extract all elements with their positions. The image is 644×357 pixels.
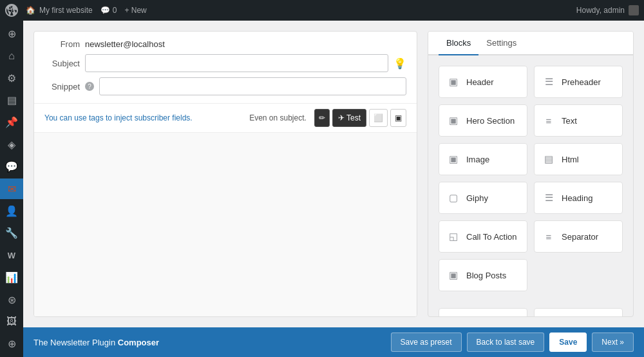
tab-blocks[interactable]: Blocks: [439, 32, 478, 55]
adminbar-site-link[interactable]: 🏠 My first website: [26, 6, 93, 15]
blocks-tabs: Blocks Settings: [428, 32, 633, 55]
block-blog-posts[interactable]: ▣ Blog Posts: [439, 259, 527, 291]
spacer: [439, 298, 623, 302]
comment-icon: 💬: [100, 6, 110, 15]
blog-posts-icon: ▣: [447, 269, 460, 282]
sidebar-pin[interactable]: 📌: [0, 112, 23, 133]
editor-canvas: [34, 133, 417, 316]
block-image[interactable]: ▣ Image: [439, 143, 527, 175]
block-legal[interactable]: ◎ Legal: [534, 308, 623, 316]
sidebar-charts[interactable]: 📊: [0, 267, 23, 287]
block-social[interactable]: ⊞ Social: [439, 308, 527, 316]
blog-posts-label: Blog Posts: [466, 271, 506, 280]
hero-section-icon: ▣: [447, 114, 460, 127]
subject-label: Subject: [44, 59, 80, 68]
heading-icon: ☰: [542, 191, 555, 204]
adminbar-new[interactable]: + New: [124, 6, 146, 15]
from-value: newsletter@localhost: [85, 39, 165, 49]
subject-field: Subject 💡: [44, 54, 406, 72]
preheader-icon: ☰: [542, 75, 555, 88]
sidebar-settings[interactable]: ⚙: [0, 68, 23, 88]
sidebar-media[interactable]: 🖼: [0, 311, 23, 332]
cta-icon: ◱: [447, 230, 460, 243]
wp-logo-icon[interactable]: [5, 4, 18, 17]
block-heading[interactable]: ☰ Heading: [534, 182, 623, 214]
blocks-panel: Blocks Settings ▣ Header ☰ Preheader ▣ H…: [428, 31, 634, 317]
snippet-help-icon[interactable]: ?: [85, 82, 94, 91]
next-button[interactable]: Next »: [592, 333, 634, 352]
separator-label: Separator: [562, 232, 598, 242]
adminbar-howdy: Howdy, admin: [576, 5, 639, 15]
hero-section-label: Hero Section: [466, 116, 515, 126]
text-label: Text: [562, 116, 577, 126]
block-call-to-action[interactable]: ◱ Call To Action: [439, 220, 527, 253]
block-hero-section[interactable]: ▣ Hero Section: [439, 104, 527, 137]
save-button[interactable]: Save: [549, 333, 587, 352]
mobile-icon: ▣: [395, 113, 402, 122]
email-editor: From newsletter@localhost Subject 💡 Snip…: [33, 31, 417, 317]
preheader-label: Preheader: [562, 77, 601, 87]
snippet-field: Snippet ?: [44, 77, 406, 95]
editor-header: From newsletter@localhost Subject 💡 Snip…: [34, 32, 417, 104]
heading-label: Heading: [562, 193, 592, 203]
editor-toolbar: You can use tags to inject subscriber fi…: [34, 104, 417, 133]
block-header[interactable]: ▣ Header: [439, 66, 527, 98]
snippet-input[interactable]: [99, 77, 406, 95]
admin-bar: 🏠 My first website 💬 0 + New Howdy, admi…: [0, 0, 644, 21]
mobile-view-button[interactable]: ▣: [390, 109, 406, 127]
sidebar-tags[interactable]: ⊛: [0, 289, 23, 310]
giphy-label: Giphy: [466, 193, 488, 203]
block-html[interactable]: ▤ Html: [534, 143, 623, 175]
sidebar-woo[interactable]: W: [0, 245, 23, 265]
text-icon: ≡: [542, 114, 555, 127]
back-to-last-save-button[interactable]: Back to last save: [467, 333, 545, 352]
giphy-icon: ▢: [447, 191, 460, 204]
bottom-bar: The Newsletter Plugin Composer Save as p…: [23, 327, 644, 357]
from-label: From: [44, 39, 80, 49]
sidebar-users[interactable]: 👤: [0, 200, 23, 221]
header-label: Header: [466, 77, 494, 87]
bottom-bar-title: The Newsletter Plugin Composer: [33, 338, 386, 347]
adminbar-comments[interactable]: 💬 0: [100, 6, 117, 15]
tab-settings[interactable]: Settings: [478, 32, 524, 55]
block-separator[interactable]: ≡ Separator: [534, 220, 623, 253]
from-field: From newsletter@localhost: [44, 39, 406, 49]
sidebar-tools[interactable]: 🔧: [0, 223, 23, 244]
html-icon: ▤: [542, 153, 555, 166]
html-label: Html: [562, 155, 579, 164]
sidebar-data[interactable]: ▤: [0, 90, 23, 110]
sidebar-wp-logo[interactable]: ⊕: [0, 23, 23, 44]
image-label: Image: [466, 155, 489, 164]
header-icon: ▣: [447, 75, 460, 88]
hint-text: Even on subject.: [249, 113, 307, 122]
home-icon: 🏠: [26, 6, 35, 15]
desktop-view-button[interactable]: ⬜: [369, 109, 388, 127]
block-preheader[interactable]: ☰ Preheader: [534, 66, 623, 98]
sidebar-more[interactable]: ⊕: [0, 334, 23, 354]
sidebar-forms[interactable]: ◈: [0, 134, 23, 155]
separator-icon: ≡: [542, 230, 555, 243]
block-text[interactable]: ≡ Text: [534, 104, 623, 137]
sidebar-newsletter[interactable]: ✉: [0, 179, 23, 199]
subject-input[interactable]: [85, 54, 388, 72]
save-preset-button[interactable]: Save as preset: [391, 333, 462, 352]
block-giphy[interactable]: ▢ Giphy: [439, 182, 527, 214]
snippet-label: Snippet: [44, 82, 80, 92]
sidebar-dashboard[interactable]: ⌂: [0, 45, 23, 66]
pencil-icon: ✏: [319, 113, 325, 122]
tags-link[interactable]: You can use tags to inject subscriber fi…: [44, 113, 247, 122]
desktop-icon: ⬜: [374, 113, 383, 122]
image-icon: ▣: [447, 153, 460, 166]
wp-sidebar: ⊕ ⌂ ⚙ ▤ 📌 ◈ 💬 ✉ 👤 🔧 W 📊 ⊛ 🖼 ⊕: [0, 21, 23, 357]
blocks-grid: ▣ Header ☰ Preheader ▣ Hero Section ≡ Te…: [428, 55, 633, 316]
cta-label: Call To Action: [466, 232, 517, 242]
test-button[interactable]: ✈ Test: [332, 109, 366, 127]
ai-icon[interactable]: 💡: [393, 57, 406, 70]
admin-avatar: [629, 5, 639, 15]
sidebar-comments[interactable]: 💬: [0, 156, 23, 177]
edit-button[interactable]: ✏: [314, 109, 330, 127]
